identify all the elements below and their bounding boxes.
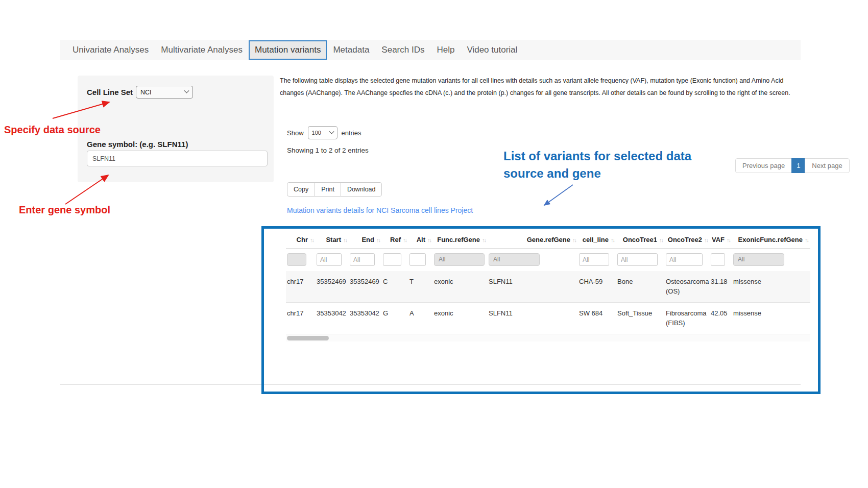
- annotation-specify-data-source: Specify data source: [4, 124, 101, 136]
- filter-input-alt[interactable]: [409, 253, 426, 266]
- sort-icon[interactable]: ↑↓: [611, 237, 614, 243]
- filter-input-vaf[interactable]: [711, 253, 725, 266]
- sort-icon[interactable]: ↑↓: [805, 237, 808, 243]
- page-length-select[interactable]: 100: [308, 126, 337, 139]
- table-cell: T: [408, 271, 433, 303]
- chevron-down-icon: [329, 129, 334, 134]
- column-header-alt[interactable]: Alt↑↓: [408, 229, 433, 249]
- tab-metadata[interactable]: Metadata: [327, 40, 375, 60]
- filter-select-gene-refgene[interactable]: All: [489, 253, 540, 266]
- sort-icon[interactable]: ↑↓: [403, 237, 406, 243]
- filter-select-exonicfunc-refgene[interactable]: All: [733, 253, 784, 266]
- table-row: chr173535304235353042GAexonicSLFN11SW 68…: [286, 303, 810, 334]
- table-cell: 31.18: [710, 271, 732, 303]
- column-header-oncotree1[interactable]: OncoTree1↑↓: [616, 229, 665, 249]
- column-header-oncotree2[interactable]: OncoTree2↑↓: [665, 229, 710, 249]
- sort-icon[interactable]: ↑↓: [427, 237, 431, 243]
- column-header-gene-refgene[interactable]: Gene.refGene↑↓: [488, 229, 578, 249]
- column-header-end[interactable]: End↑↓: [349, 229, 382, 249]
- column-header-cell-line[interactable]: cell_line↑↓: [578, 229, 616, 249]
- show-label: Show: [287, 129, 304, 137]
- column-label: Ref: [390, 236, 401, 243]
- table-cell: 35353042: [349, 303, 382, 334]
- tab-search-ids[interactable]: Search IDs: [375, 40, 430, 60]
- column-label: cell_line: [583, 236, 609, 243]
- filter-cell-vaf: [710, 249, 732, 272]
- table-cell: 35353042: [316, 303, 349, 334]
- table-cell: Soft_Tissue: [616, 303, 665, 334]
- sort-icon[interactable]: ↑↓: [482, 237, 486, 243]
- column-label: Gene.refGene: [527, 236, 570, 243]
- filter-cell-start: [316, 249, 349, 272]
- sort-icon[interactable]: ↑↓: [659, 237, 663, 243]
- cell-line-set-row: Cell Line Set NCI: [87, 86, 193, 99]
- table-cell: missense: [732, 303, 810, 334]
- filter-cell-ref: [382, 249, 408, 272]
- table-cell: exonic: [433, 303, 488, 334]
- page-number-button[interactable]: 1: [791, 158, 805, 173]
- sort-icon[interactable]: ↑↓: [376, 237, 380, 243]
- cell-line-set-label: Cell Line Set: [87, 88, 133, 96]
- column-header-vaf[interactable]: VAF↑↓: [710, 229, 732, 249]
- filter-select-chr[interactable]: [287, 253, 306, 266]
- filter-cell-alt: [408, 249, 433, 272]
- column-header-start[interactable]: Start↑↓: [316, 229, 349, 249]
- tab-mutation-variants[interactable]: Mutation variants: [249, 40, 327, 60]
- filter-input-ref[interactable]: [383, 253, 401, 266]
- sort-icon[interactable]: ↑↓: [572, 237, 576, 243]
- sort-icon[interactable]: ↑↓: [343, 237, 347, 243]
- export-button-group: CopyPrintDownload: [287, 182, 382, 197]
- tab-video-tutorial[interactable]: Video tutorial: [461, 40, 523, 60]
- table-cell: A: [408, 303, 433, 334]
- tab-univariate-analyses[interactable]: Univariate Analyses: [66, 40, 155, 60]
- showing-entries-text: Showing 1 to 2 of 2 entries: [287, 147, 369, 154]
- table-title-link[interactable]: Mutation variants details for NCI Sarcom…: [287, 206, 473, 214]
- column-label: OncoTree1: [623, 236, 657, 243]
- tab-help[interactable]: Help: [430, 40, 461, 60]
- sort-icon[interactable]: ↑↓: [310, 237, 314, 243]
- download-button[interactable]: Download: [341, 182, 382, 197]
- filter-select-func-refgene[interactable]: All: [434, 253, 485, 266]
- annotation-enter-gene-symbol: Enter gene symbol: [19, 204, 110, 216]
- table-cell: 42.05: [710, 303, 732, 334]
- table-cell: Osteosarcoma (OS): [665, 271, 710, 303]
- show-entries-row: Show 100 entries: [287, 126, 361, 139]
- filter-input-oncotree2[interactable]: [666, 253, 703, 266]
- column-label: Func.refGene: [437, 236, 480, 243]
- filter-input-end[interactable]: [350, 253, 375, 266]
- next-page-button[interactable]: Next page: [805, 158, 849, 173]
- print-button[interactable]: Print: [315, 182, 341, 197]
- table-filter-row: AllAllAll: [286, 249, 810, 272]
- cell-line-set-select[interactable]: NCI: [136, 86, 193, 99]
- tab-multivariate-analyses[interactable]: Multivariate Analyses: [155, 40, 249, 60]
- column-label: Start: [326, 236, 341, 243]
- gene-symbol-input[interactable]: [87, 151, 268, 166]
- entries-label: entries: [342, 129, 361, 137]
- previous-page-button[interactable]: Previous page: [735, 158, 792, 173]
- pagination: Previous page 1 Next page: [735, 158, 850, 173]
- filter-input-start[interactable]: [317, 253, 342, 266]
- table-cell: C: [382, 271, 408, 303]
- column-header-chr[interactable]: Chr↑↓: [286, 229, 316, 249]
- filter-cell-exonicfunc-refgene: All: [732, 249, 810, 272]
- filter-cell-oncotree1: [616, 249, 665, 272]
- sidebar-panel: Cell Line Set NCI Gene symbol: (e.g. SLF…: [78, 76, 274, 182]
- scrollbar-thumb[interactable]: [287, 336, 329, 340]
- copy-button[interactable]: Copy: [287, 182, 315, 197]
- table-description: The following table displays the selecte…: [280, 75, 790, 99]
- sort-icon[interactable]: ↑↓: [704, 237, 708, 243]
- filter-cell-gene-refgene: All: [488, 249, 578, 272]
- filter-input-oncotree1[interactable]: [617, 253, 658, 266]
- table-cell: SLFN11: [488, 303, 578, 334]
- page: Univariate AnalysesMultivariate Analyses…: [0, 0, 868, 488]
- chevron-down-icon: [184, 88, 189, 93]
- table-cell: chr17: [286, 303, 316, 334]
- column-header-func-refgene[interactable]: Func.refGene↑↓: [433, 229, 488, 249]
- horizontal-scrollbar[interactable]: [286, 335, 810, 341]
- filter-cell-oncotree2: [665, 249, 710, 272]
- sort-icon[interactable]: ↑↓: [727, 237, 730, 243]
- column-header-ref[interactable]: Ref↑↓: [382, 229, 408, 249]
- column-label: OncoTree2: [668, 236, 702, 243]
- filter-input-cell-line[interactable]: [579, 253, 609, 266]
- column-header-exonicfunc-refgene[interactable]: ExonicFunc.refGene↑↓: [732, 229, 810, 249]
